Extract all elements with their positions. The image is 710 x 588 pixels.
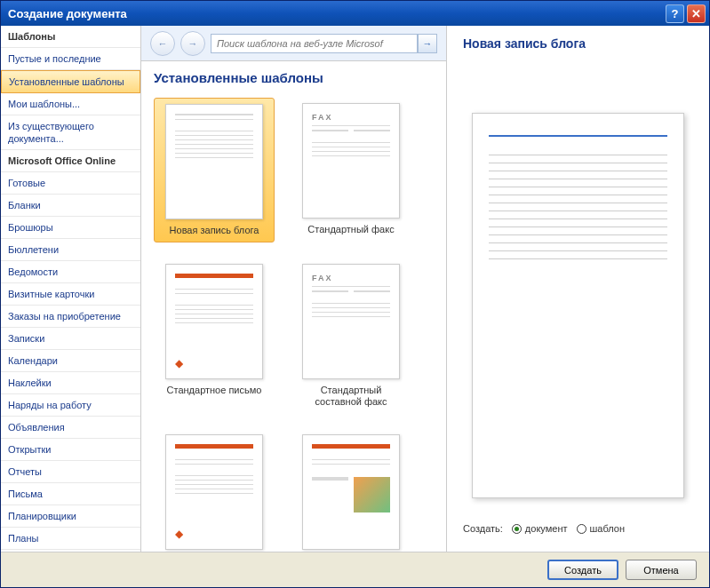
sidebar-item[interactable]: Визитные карточки [1,283,140,306]
sidebar-item[interactable]: Письма [1,483,140,505]
search-go-button[interactable]: → [418,34,437,53]
sidebar-header: Шаблоны [1,26,140,48]
arrow-right-icon: → [423,38,433,49]
template-item[interactable]: FAXСтандартный факс [291,98,411,242]
sidebar-item[interactable]: Ведомости [1,261,140,283]
template-thumbnail [165,104,263,219]
preview-document [472,113,684,498]
sidebar-item[interactable]: Готовые [1,172,140,195]
template-thumbnail: ◆ [165,264,263,379]
template-thumbnail: ◆ [165,434,263,550]
sidebar-item[interactable]: Планировщики [1,505,140,528]
titlebar[interactable]: Создание документа ? ✕ [1,1,709,26]
sidebar-item[interactable]: Бюллетени [1,239,140,261]
radio-template[interactable]: шаблон [577,523,625,534]
template-thumbnail: FAX [302,264,400,379]
help-button[interactable]: ? [666,4,684,23]
sidebar-item[interactable]: Бланки [1,195,140,217]
forward-button[interactable]: → [180,31,205,56]
create-options: Создать: документ шаблон [463,516,693,541]
window-title: Создание документа [8,7,666,20]
dialog-footer: Создать Отмена [1,552,709,587]
template-label: Стандартный составной факс [296,385,406,408]
preview-rule [489,135,667,137]
sidebar-item[interactable]: Наклейки [1,372,140,394]
sidebar-item[interactable]: Записки [1,328,140,350]
sidebar-item[interactable]: Из существующего документа... [1,115,140,150]
radio-document[interactable]: документ [512,523,568,534]
template-thumbnail [302,434,400,550]
sidebar-item[interactable]: Наряды на работу [1,394,140,417]
sidebar-header: Microsoft Office Online [1,150,140,172]
template-item[interactable]: FAXСтандартный составной факс [291,258,411,413]
sidebar-item[interactable]: Открытки [1,439,140,461]
dialog-body: ШаблоныПустые и последниеУстановленные ш… [1,26,709,552]
sidebar-item[interactable]: Отчеты [1,461,140,483]
create-label: Создать: [463,523,503,534]
sidebar[interactable]: ШаблоныПустые и последниеУстановленные ш… [1,26,141,552]
title-buttons: ? ✕ [666,4,706,23]
template-label: Новая запись блога [170,225,259,236]
template-item[interactable]: ◆Стандартное составное письмо [154,429,275,552]
section-title: Установленные шаблоны [141,61,446,91]
preview-pane: Новая запись блога Создать: документ шаб… [447,26,709,552]
create-button[interactable]: Создать [547,560,618,580]
sidebar-item[interactable]: Планы [1,528,140,550]
sidebar-item[interactable]: Установленные шаблоны [1,70,140,93]
center-panel: ← → → Установленные шаблоны Новая запись… [141,26,447,552]
sidebar-item[interactable]: Брошюры [1,217,140,239]
back-button[interactable]: ← [150,31,175,56]
search-input[interactable] [211,34,418,53]
search-wrap: → [211,34,437,53]
sidebar-item[interactable]: Повестки дня [1,550,140,552]
close-button[interactable]: ✕ [687,4,706,23]
sidebar-item[interactable]: Мои шаблоны... [1,93,140,115]
arrow-right-icon: → [188,38,198,49]
template-item[interactable]: ◆Стандартное письмо [154,258,275,413]
sidebar-item[interactable]: Заказы на приобретение [1,306,140,328]
radio-icon [577,524,586,534]
radio-document-label: документ [525,523,568,534]
template-label: Стандартный факс [307,224,394,235]
dialog-window: Создание документа ? ✕ ШаблоныПустые и п… [0,0,710,588]
toolbar: ← → → [141,26,446,61]
template-grid[interactable]: Новая запись блогаFAXСтандартный факс◆Ст… [141,91,446,552]
template-label: Стандартное письмо [167,385,262,396]
template-thumbnail: FAX [302,103,400,219]
template-item[interactable]: Новая запись блога [154,98,275,242]
sidebar-item[interactable]: Календари [1,350,140,372]
sidebar-item[interactable]: Объявления [1,417,140,439]
preview-title: Новая запись блога [463,36,693,60]
radio-template-label: шаблон [590,523,625,534]
arrow-left-icon: ← [158,38,168,49]
template-item[interactable]: Стандартный отчет [291,429,411,552]
sidebar-item[interactable]: Пустые и последние [1,48,140,70]
cancel-button[interactable]: Отмена [626,560,697,580]
radio-icon [512,524,522,534]
